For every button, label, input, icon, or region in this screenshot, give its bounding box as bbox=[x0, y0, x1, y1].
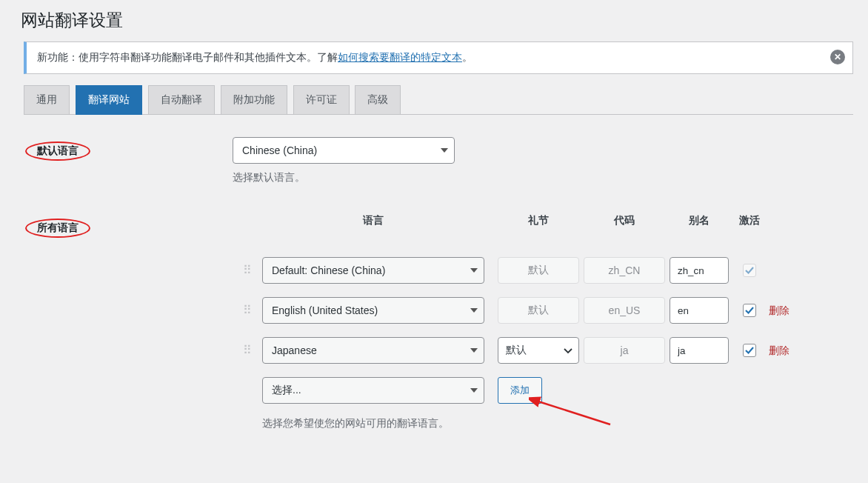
active-checkbox[interactable] bbox=[743, 304, 756, 317]
delete-link[interactable]: 删除 bbox=[769, 344, 789, 357]
header-language: 语言 bbox=[262, 214, 484, 227]
tab-advanced[interactable]: 高级 bbox=[355, 85, 401, 115]
language-row: ⠿ Default: Chinese (China) 默认 zh_CN bbox=[233, 257, 853, 284]
code-readonly: ja bbox=[584, 337, 665, 364]
active-checkbox[interactable] bbox=[743, 344, 756, 357]
default-language-label: 默认语言 bbox=[25, 141, 90, 161]
alias-input[interactable] bbox=[670, 337, 729, 364]
formality-select[interactable]: 默认 bbox=[498, 337, 579, 364]
tab-addons[interactable]: 附加功能 bbox=[221, 85, 287, 115]
alias-input[interactable] bbox=[670, 257, 729, 284]
language-row: ⠿ English (United States) 默认 en_US bbox=[233, 297, 853, 324]
header-alias: 别名 bbox=[670, 214, 729, 227]
language-value: Default: Chinese (China) bbox=[272, 264, 385, 276]
header-active: 激活 bbox=[736, 214, 763, 227]
default-language-select[interactable]: Chinese (China) bbox=[233, 137, 455, 164]
alias-input[interactable] bbox=[670, 297, 729, 324]
delete-link[interactable]: 删除 bbox=[769, 304, 789, 317]
close-icon: ✕ bbox=[830, 50, 845, 64]
chevron-down-icon bbox=[470, 388, 478, 393]
language-value: Japanese bbox=[272, 344, 317, 356]
notice-text-after: 。 bbox=[462, 51, 473, 63]
active-checkbox bbox=[743, 264, 756, 277]
formality-readonly: 默认 bbox=[498, 297, 579, 324]
formality-value: 默认 bbox=[506, 344, 527, 357]
tab-general[interactable]: 通用 bbox=[24, 85, 70, 115]
notice-dismiss-button[interactable]: ✕ bbox=[830, 50, 845, 64]
drag-handle-icon[interactable]: ⠿ bbox=[233, 348, 262, 353]
default-language-description: 选择默认语言。 bbox=[233, 171, 853, 184]
language-value: English (United States) bbox=[272, 304, 378, 316]
header-formality: 礼节 bbox=[498, 214, 579, 227]
add-language-select[interactable]: 选择... bbox=[262, 377, 484, 404]
all-languages-label: 所有语言 bbox=[25, 219, 90, 238]
language-row: ⠿ Japanese 默认 ja bbox=[233, 337, 853, 364]
chevron-down-icon bbox=[564, 344, 572, 356]
page-title: 网站翻译设置 bbox=[15, 0, 853, 38]
language-select[interactable]: Default: Chinese (China) bbox=[262, 257, 484, 284]
code-readonly: en_US bbox=[584, 297, 665, 324]
notice-link[interactable]: 如何搜索要翻译的特定文本 bbox=[338, 51, 462, 63]
language-select[interactable]: Japanese bbox=[262, 337, 484, 364]
drag-handle-icon[interactable]: ⠿ bbox=[233, 308, 262, 313]
notice-text-before: 新功能：使用字符串翻译功能翻译电子邮件和其他插件文本。了解 bbox=[37, 51, 338, 63]
code-readonly: zh_CN bbox=[584, 257, 665, 284]
languages-header-row: 语言 礼节 代码 别名 激活 bbox=[233, 214, 853, 227]
chevron-down-icon bbox=[470, 348, 478, 353]
notice-banner: 新功能：使用字符串翻译功能翻译电子邮件和其他插件文本。了解如何搜索要翻译的特定文… bbox=[24, 41, 853, 74]
chevron-down-icon bbox=[470, 268, 478, 273]
drag-handle-icon[interactable]: ⠿ bbox=[233, 268, 262, 273]
tab-translate-site[interactable]: 翻译网站 bbox=[76, 85, 142, 115]
add-language-placeholder: 选择... bbox=[272, 384, 301, 397]
formality-readonly: 默认 bbox=[498, 257, 579, 284]
tab-bar: 通用 翻译网站 自动翻译 附加功能 许可证 高级 bbox=[24, 85, 853, 115]
default-language-value: Chinese (China) bbox=[242, 144, 317, 156]
header-code: 代码 bbox=[584, 214, 665, 227]
tab-license[interactable]: 许可证 bbox=[293, 85, 350, 115]
language-select[interactable]: English (United States) bbox=[262, 297, 484, 324]
chevron-down-icon bbox=[441, 148, 448, 153]
chevron-down-icon bbox=[470, 308, 478, 313]
tab-auto-translate[interactable]: 自动翻译 bbox=[148, 85, 215, 115]
svg-line-0 bbox=[536, 401, 610, 424]
